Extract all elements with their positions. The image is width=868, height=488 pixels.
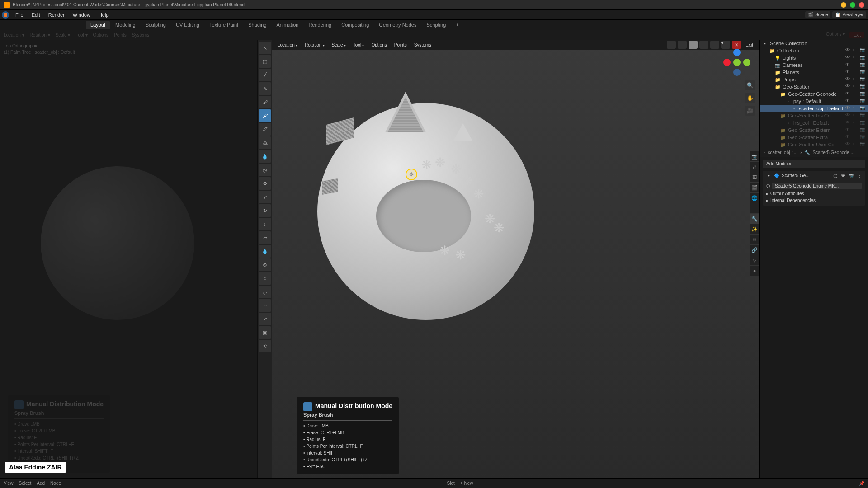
tool-eraser[interactable]: ▱ (259, 231, 271, 244)
menu-render[interactable]: Render (45, 11, 68, 19)
prop-tab-modifiers[interactable]: 🔧 (750, 214, 760, 224)
tab-uv-editing[interactable]: UV Editing (171, 21, 204, 29)
tool-gear[interactable]: ⚙ (259, 258, 271, 271)
prop-tab-material[interactable]: ● (750, 266, 760, 276)
tab-add-workspace[interactable]: + (451, 21, 463, 29)
tool-drop[interactable]: 💧 (259, 245, 271, 258)
outliner-scene-collection[interactable]: ▪ Scene Collection (760, 40, 868, 47)
tool-ring[interactable]: ◌ (259, 286, 271, 298)
axis-z-icon[interactable] (733, 49, 741, 56)
outliner-item[interactable]: 📷Cameras👁▫📷 (760, 61, 868, 69)
outliner-item[interactable]: ▫psy : Default👁▫📷 (760, 98, 868, 105)
outliner-item[interactable]: 📁Geo-Scatter User Col👁▫📷 (760, 141, 868, 148)
outliner-item[interactable]: ▫ins_col : Default👁▫📷 (760, 119, 868, 127)
axis-z-neg-icon[interactable] (733, 69, 741, 76)
prop-tab-particles[interactable]: ✨ (750, 224, 760, 234)
header-points[interactable]: Points (392, 42, 409, 47)
shading-dropdown[interactable]: ▾ (721, 41, 730, 49)
header-location[interactable]: Location (276, 42, 299, 47)
tool-select[interactable]: ⬚ (259, 55, 271, 68)
new-button[interactable]: + New (460, 481, 473, 486)
maximize-button[interactable] (850, 2, 855, 8)
be-node[interactable]: Node (50, 481, 61, 486)
tool-eyedropper[interactable]: 💧 (259, 150, 271, 163)
tool-scale[interactable]: ⤢ (259, 191, 271, 203)
prop-tab-render[interactable]: 📷 (750, 151, 760, 161)
prop-tab-physics[interactable]: ⚛ (750, 235, 760, 244)
prop-tab-viewlayer[interactable]: 🖼 (750, 172, 760, 182)
expand-icon[interactable]: ▾ (765, 172, 772, 178)
prop-tab-world[interactable]: 🌐 (750, 193, 760, 203)
internal-dependencies-row[interactable]: ▸Internal Dependencies (766, 197, 862, 204)
tool-pen[interactable]: ✎ (259, 82, 271, 95)
menu-window[interactable]: Window (69, 11, 94, 19)
exit-label[interactable]: Exit (743, 42, 756, 47)
tab-geometry-nodes[interactable]: Geometry Nodes (374, 21, 421, 29)
prop-tab-scene[interactable]: 🎬 (750, 183, 760, 192)
outliner-item[interactable]: 📁Geo-Scatter Extern👁▫📷 (760, 127, 868, 134)
shading-toggle-1[interactable] (667, 41, 676, 49)
output-attributes-row[interactable]: ▸Output Attributes (766, 190, 862, 197)
prop-tab-constraints[interactable]: 🔗 (750, 245, 760, 255)
header-scale[interactable]: Scale (330, 42, 348, 47)
exit-x-button[interactable]: ✕ (732, 41, 741, 49)
tool-spray-alt[interactable]: 🖍 (259, 123, 271, 136)
menu-help[interactable]: Help (95, 11, 113, 19)
outliner-item[interactable]: 📁Geo-Scatter👁▫📷 (760, 83, 868, 90)
tab-texture-paint[interactable]: Texture Paint (205, 21, 243, 29)
prop-tab-object[interactable]: ▫ (750, 203, 760, 213)
minimize-button[interactable] (841, 2, 846, 8)
viewlayer-selector[interactable]: 📋 ViewLayer (832, 11, 866, 18)
add-modifier-button[interactable]: Add Modifier (763, 160, 865, 168)
tab-sculpting[interactable]: Sculpting (141, 21, 170, 29)
tool-rotate[interactable]: ↻ (259, 204, 271, 217)
outliner-item[interactable]: ▫scatter_obj : Default👁▫📷 (760, 105, 868, 112)
header-tool[interactable]: Tool (351, 42, 366, 47)
prop-tab-data[interactable]: ▽ (750, 255, 760, 265)
tab-compositing[interactable]: Compositing (337, 21, 373, 29)
tool-arrow-up[interactable]: ↗ (259, 313, 271, 325)
outliner-item[interactable]: 📁Geo-Scatter Extra👁▫📷 (760, 134, 868, 141)
mod-extras[interactable]: ⋮ (856, 172, 863, 178)
slot-label[interactable]: Slot (447, 481, 455, 486)
menu-file[interactable]: File (12, 11, 27, 19)
tab-shading[interactable]: Shading (244, 21, 271, 29)
breadcrumb-modifier[interactable]: Scatter5 Geonode ... (812, 150, 854, 155)
be-view[interactable]: View (4, 481, 14, 486)
header-rotation[interactable]: Rotation (303, 42, 326, 47)
shading-rendered[interactable] (710, 41, 719, 49)
mod-toggle-view[interactable]: 👁 (840, 172, 846, 178)
tab-modeling[interactable]: Modeling (111, 21, 140, 29)
modifier-name-field[interactable]: Scatter5 Ge... (782, 173, 810, 178)
tool-scatter-pattern[interactable]: ⁂ (259, 136, 271, 149)
tool-align-z[interactable]: ↕ (259, 218, 271, 230)
tool-lasso[interactable]: ⟲ (259, 340, 271, 352)
outliner-item[interactable]: 📁Geo-Scatter Ins Col👁▫📷 (760, 112, 868, 119)
node-group-selector[interactable]: Scatter5 Geonode Engine MK... (772, 183, 862, 189)
axis-y-icon[interactable] (743, 59, 750, 66)
outliner-item[interactable]: 📁Geo-Scatter Geonode👁▫📷 (760, 90, 868, 98)
tool-spray-brush[interactable]: 🖌 (259, 109, 271, 122)
axis-x-icon[interactable] (723, 59, 731, 66)
tool-move[interactable]: ✥ (259, 177, 271, 190)
mod-toggle-edit[interactable]: ▢ (832, 172, 838, 178)
pin-icon[interactable]: 📌 (859, 481, 864, 486)
tool-circle[interactable]: ○ (259, 272, 271, 285)
outliner-item[interactable]: 📁Collection👁▫📷 (760, 47, 868, 54)
outliner-item[interactable]: 📁Props👁▫📷 (760, 76, 868, 83)
blender-logo-icon[interactable] (2, 11, 9, 19)
tab-animation[interactable]: Animation (272, 21, 303, 29)
mod-toggle-render[interactable]: 📷 (848, 172, 854, 178)
modifier-header[interactable]: ▾ 🔷 Scatter5 Ge... ▢ 👁 📷 ⋮ (763, 171, 865, 180)
tool-wave[interactable]: 〰 (259, 299, 271, 312)
scene-selector[interactable]: 🎬 Scene (805, 11, 830, 18)
header-options[interactable]: Options (369, 42, 388, 47)
tool-line[interactable]: ╱ (259, 69, 271, 81)
tool-select-box[interactable]: ▣ (259, 326, 271, 339)
tool-target[interactable]: ◎ (259, 164, 271, 176)
shading-matcap[interactable] (699, 41, 708, 49)
tool-cursor[interactable]: ↖ (259, 42, 271, 54)
tab-layout[interactable]: Layout (86, 21, 110, 29)
tab-rendering[interactable]: Rendering (304, 21, 336, 29)
shading-toggle-2[interactable] (678, 41, 687, 49)
